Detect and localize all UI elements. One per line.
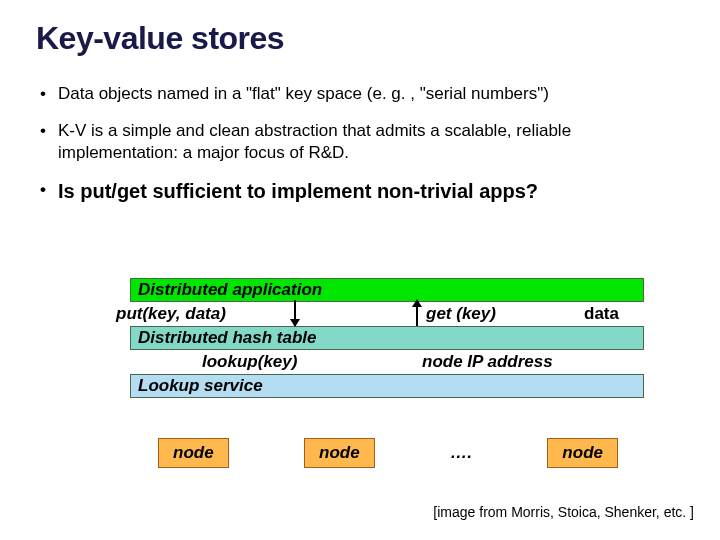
label-ip: node IP address	[422, 352, 553, 372]
row-lookup-service: Lookup service	[130, 374, 644, 398]
label-dht: Distributed hash table	[130, 328, 317, 348]
label-lookup: lookup(key)	[202, 352, 297, 372]
row-dht: Distributed hash table	[130, 326, 644, 350]
label-data: data	[584, 304, 619, 324]
bullet-item-2: K-V is a simple and clean abstraction th…	[36, 120, 684, 163]
image-credit: [image from Morris, Stoica, Shenker, etc…	[433, 504, 694, 520]
arrow-up-icon	[416, 300, 418, 326]
node-box: node	[304, 438, 375, 468]
label-get: get (key)	[426, 304, 496, 324]
label-lookup-service: Lookup service	[130, 376, 263, 396]
ellipsis: ….	[450, 443, 472, 463]
bullet-item-3: Is put/get sufficient to implement non-t…	[36, 179, 684, 204]
arrow-down-icon	[294, 300, 296, 326]
row-distributed-app: Distributed application	[130, 278, 644, 302]
node-box: node	[547, 438, 618, 468]
label-put: put(key, data)	[116, 304, 226, 324]
node-box: node	[158, 438, 229, 468]
label-distributed-app: Distributed application	[130, 280, 322, 300]
row-lookup: lookup(key) node IP address	[108, 350, 644, 374]
slide-title: Key-value stores	[36, 20, 684, 57]
slide: Key-value stores Data objects named in a…	[0, 0, 720, 540]
row-put-get: put(key, data) get (key) data	[108, 302, 644, 326]
bullet-list: Data objects named in a "flat" key space…	[36, 83, 684, 204]
bullet-item-1: Data objects named in a "flat" key space…	[36, 83, 684, 104]
node-row: node node …. node	[158, 438, 618, 468]
